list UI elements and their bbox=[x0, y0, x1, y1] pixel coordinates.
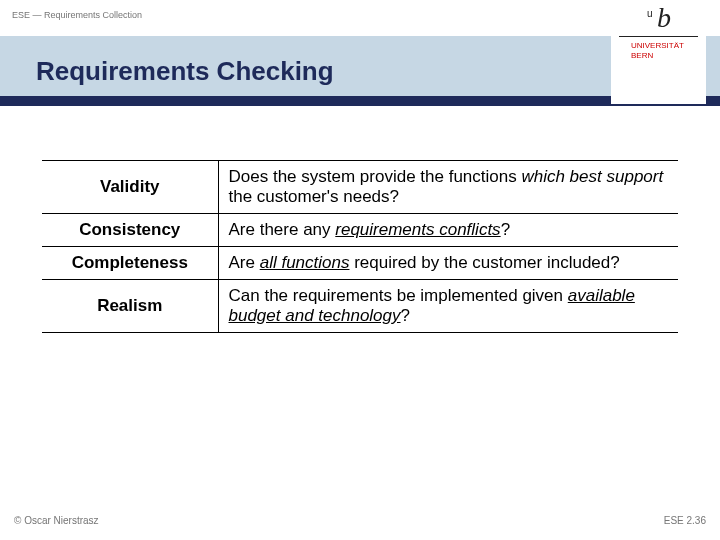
footer-right: ESE 2.36 bbox=[664, 515, 706, 526]
q-pre: Does the system provide the functions bbox=[229, 167, 522, 186]
footer-left: © Oscar Nierstrasz bbox=[14, 515, 99, 526]
row-question: Are all functions required by the custom… bbox=[218, 247, 678, 280]
table-row: Completeness Are all functions required … bbox=[42, 247, 678, 280]
logo-superscript: u bbox=[647, 8, 653, 19]
q-pre: Are bbox=[229, 253, 260, 272]
row-label: Consistency bbox=[42, 214, 218, 247]
university-logo: u b UNIVERSITÄT BERN bbox=[611, 4, 706, 104]
q-post: the customer's needs? bbox=[229, 187, 400, 206]
header-label: ESE — Requirements Collection bbox=[12, 10, 142, 20]
table-row: Consistency Are there any requirements c… bbox=[42, 214, 678, 247]
logo-letter: b bbox=[611, 4, 706, 32]
requirements-table: Validity Does the system provide the fun… bbox=[42, 160, 678, 333]
q-pre: Can the requirements be implemented give… bbox=[229, 286, 568, 305]
row-question: Are there any requirements conflicts? bbox=[218, 214, 678, 247]
table-row: Validity Does the system provide the fun… bbox=[42, 161, 678, 214]
page-title: Requirements Checking bbox=[36, 56, 334, 87]
row-label: Validity bbox=[42, 161, 218, 214]
q-em: which best support bbox=[521, 167, 663, 186]
footer: © Oscar Nierstrasz ESE 2.36 bbox=[14, 515, 706, 526]
q-em: all functions bbox=[260, 253, 350, 272]
row-label: Completeness bbox=[42, 247, 218, 280]
logo-divider bbox=[619, 36, 698, 37]
row-label: Realism bbox=[42, 280, 218, 333]
row-question: Does the system provide the functions wh… bbox=[218, 161, 678, 214]
q-pre: Are there any bbox=[229, 220, 336, 239]
row-question: Can the requirements be implemented give… bbox=[218, 280, 678, 333]
table-row: Realism Can the requirements be implemen… bbox=[42, 280, 678, 333]
logo-text-2: BERN bbox=[611, 51, 706, 61]
logo-text-1: UNIVERSITÄT bbox=[611, 41, 706, 51]
q-post: required by the customer included? bbox=[349, 253, 619, 272]
q-em: requirements conflicts bbox=[335, 220, 500, 239]
q-post: ? bbox=[501, 220, 510, 239]
q-post: ? bbox=[401, 306, 410, 325]
